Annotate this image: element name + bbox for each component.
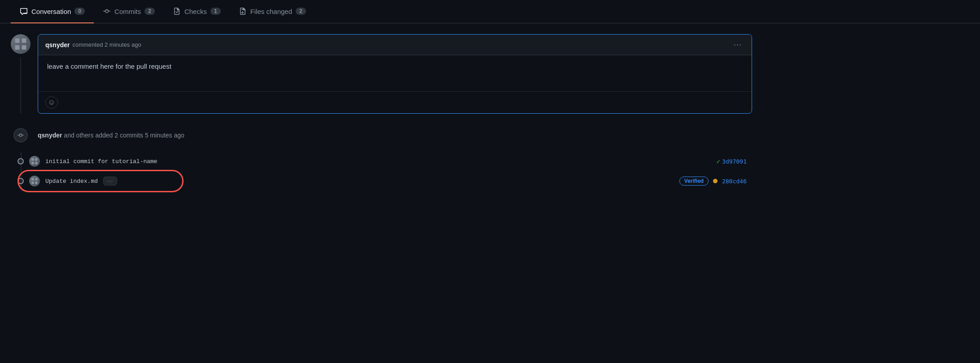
- tab-checks-badge: 1: [210, 8, 221, 15]
- tab-files-changed-label: Files changed: [250, 8, 292, 15]
- tab-checks[interactable]: Checks 1: [164, 0, 230, 23]
- checks-icon: [173, 7, 181, 15]
- commit-avatar: [29, 176, 40, 186]
- svg-rect-7: [35, 162, 37, 164]
- svg-rect-2: [15, 45, 20, 50]
- comment-footer: ☺: [38, 91, 752, 113]
- comment-menu-button[interactable]: ···: [731, 39, 744, 50]
- commit-row-highlighted: Update index.md ··· Verified 280cd46: [21, 171, 752, 191]
- commit-message: Update index.md: [45, 178, 98, 185]
- commit-row-right: ✓ 3d97091: [717, 158, 747, 165]
- tab-conversation[interactable]: Conversation 0: [11, 0, 94, 23]
- tab-conversation-label: Conversation: [31, 8, 71, 15]
- svg-rect-5: [35, 158, 37, 160]
- comment-body-text: leave a comment here for the pull reques…: [47, 62, 171, 70]
- commit-row: initial commit for tutorial-name ✓ 3d970…: [21, 151, 752, 171]
- tab-commits[interactable]: Commits 2: [94, 0, 164, 23]
- commit-check-icon: ✓: [717, 158, 720, 165]
- commit-hash-link[interactable]: 280cd46: [722, 178, 747, 185]
- tabs-bar: Conversation 0 Commits 2 Checks 1 Files …: [0, 0, 980, 23]
- commit-row-right: Verified 280cd46: [679, 177, 747, 186]
- svg-rect-9: [35, 178, 37, 180]
- svg-rect-6: [31, 162, 34, 164]
- commit-hash: 3d97091: [722, 158, 747, 165]
- avatar-col: [11, 34, 31, 114]
- tab-checks-label: Checks: [184, 8, 207, 15]
- avatar: [11, 34, 31, 54]
- commits-icon: [103, 7, 111, 15]
- commit-dot: [18, 158, 24, 164]
- tab-conversation-badge: 0: [74, 8, 85, 15]
- commit-row-left: initial commit for tutorial-name: [21, 156, 158, 167]
- commit-ellipsis-button[interactable]: ···: [103, 177, 117, 186]
- activity-section: qsnyder and others added 2 commits 5 min…: [11, 128, 752, 142]
- comment-text: leave a comment here for the pull reques…: [38, 55, 752, 91]
- tab-commits-label: Commits: [114, 8, 141, 15]
- comment-author: qsnyder: [45, 41, 70, 49]
- comment-meta: commented 2 minutes ago: [72, 41, 141, 48]
- commit-pending-dot: [713, 179, 718, 183]
- main-content: qsnyder commented 2 minutes ago ··· leav…: [0, 23, 763, 202]
- svg-rect-0: [15, 39, 20, 43]
- tab-files-changed[interactable]: Files changed 2: [230, 0, 315, 23]
- svg-rect-4: [31, 158, 34, 160]
- comment-header: qsnyder commented 2 minutes ago ···: [38, 35, 752, 55]
- emoji-icon: ☺: [48, 98, 55, 106]
- timeline-line: [20, 58, 21, 114]
- commit-hash-link[interactable]: ✓ 3d97091: [717, 158, 747, 165]
- conversation-icon: [20, 7, 28, 15]
- activity-text: qsnyder and others added 2 commits 5 min…: [38, 132, 184, 139]
- svg-rect-11: [35, 182, 37, 184]
- activity-author: qsnyder: [38, 132, 62, 139]
- tab-commits-badge: 2: [144, 8, 155, 15]
- svg-rect-8: [31, 178, 34, 180]
- commit-dot: [18, 178, 24, 184]
- avatar-image: [11, 34, 31, 54]
- tab-files-changed-badge: 2: [296, 8, 306, 15]
- activity-description: and others added 2 commits 5 minutes ago: [64, 132, 184, 139]
- comment-body: qsnyder commented 2 minutes ago ··· leav…: [38, 34, 752, 114]
- commit-row-left: Update index.md ···: [21, 176, 117, 186]
- svg-rect-10: [31, 182, 34, 184]
- verified-badge: Verified: [679, 177, 709, 186]
- svg-rect-3: [22, 45, 26, 50]
- commits-activity-icon: [13, 128, 28, 142]
- commit-hash: 280cd46: [722, 178, 747, 185]
- emoji-reaction-button[interactable]: ☺: [45, 96, 58, 109]
- comment-block: qsnyder commented 2 minutes ago ··· leav…: [11, 34, 752, 114]
- commit-message: initial commit for tutorial-name: [45, 158, 158, 165]
- comment-header-left: qsnyder commented 2 minutes ago: [45, 41, 141, 49]
- activity-icon-col: [11, 128, 31, 142]
- commits-list: initial commit for tutorial-name ✓ 3d970…: [21, 151, 752, 191]
- svg-rect-1: [22, 39, 26, 43]
- files-changed-icon: [239, 7, 247, 15]
- commit-avatar: [29, 156, 40, 167]
